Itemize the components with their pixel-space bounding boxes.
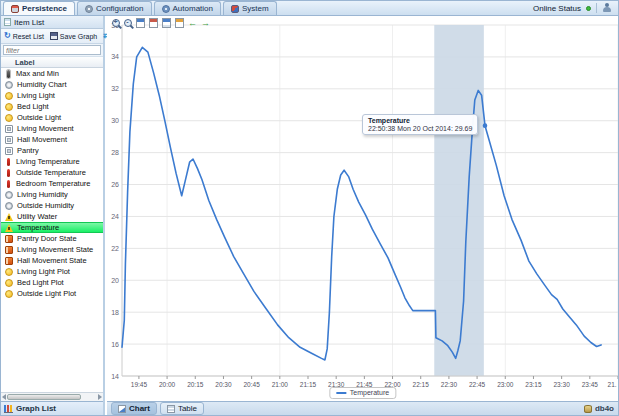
tab-configuration[interactable]: Configuration [77,1,152,15]
item-list-panel: Item List ↻ Reset List Save Graph ⇄ Upda… [1,16,105,415]
tooltip-value: 22:50:38 Mon 20 Oct 2014: 29.69 [368,125,472,132]
list-item-label: Living Humidity [17,190,68,199]
list-item[interactable]: Outside Temperature [1,167,103,178]
list-item-label: Outside Humidity [17,201,74,210]
tooltip-title: Temperature [368,117,472,124]
humidity-icon [5,191,13,199]
list-item-label: Pantry Door State [17,234,77,243]
door-state-icon [5,246,13,254]
bulb-icon [5,290,13,298]
list-item[interactable]: Bed Light Plot [1,277,103,288]
list-item[interactable]: Utility Water [1,211,103,222]
calendar-week-icon[interactable] [149,18,158,28]
list-item[interactable]: Bed Light [1,101,103,112]
list-item[interactable]: Living Movement State [1,244,103,255]
reset-list-button[interactable]: ↻ Reset List [2,31,46,41]
svg-text:18: 18 [111,309,119,316]
legend-line-swatch [336,392,346,394]
movement-icon [5,136,13,144]
svg-text:32: 32 [111,85,119,92]
svg-text:20: 20 [111,277,119,284]
list-item[interactable]: Outside Light [1,112,103,123]
configuration-icon [85,5,93,13]
pan-left-icon[interactable]: ← [188,19,197,28]
list-item-label: Temperature [17,223,59,232]
online-status-label: Online Status [533,4,581,13]
scroll-right-icon[interactable] [98,394,102,400]
list-item[interactable]: Pantry [1,145,103,156]
list-item[interactable]: Max and Min [1,68,103,79]
top-tab-bar: Persistence Configuration Automation Sys… [1,1,618,16]
persistence-icon [11,5,19,13]
item-list: Max and MinHumidity ChartLiving LightBed… [1,68,103,392]
tab-label: Configuration [96,4,144,13]
list-item[interactable]: Humidity Chart [1,79,103,90]
svg-text:22:45: 22:45 [469,381,486,388]
tab-table[interactable]: Table [160,402,204,415]
user-icon[interactable] [602,3,612,13]
label-column-header[interactable]: Label [1,57,103,68]
graph-list-bar[interactable]: Graph List [1,401,103,415]
save-graph-button[interactable]: Save Graph [48,31,99,41]
list-item-label: Outside Light [17,113,61,122]
zoom-in-icon[interactable] [112,19,120,27]
svg-text:20:30: 20:30 [215,381,232,388]
zoom-out-icon[interactable] [124,19,132,27]
chart-legend[interactable]: Temperature [329,387,396,399]
horizontal-scrollbar[interactable] [1,392,103,401]
persistence-service-label: db4o [595,404,614,413]
list-item[interactable]: Living Humidity [1,189,103,200]
pan-right-icon[interactable]: → [201,19,210,28]
svg-text:24: 24 [111,213,119,220]
filter-input[interactable] [3,45,101,55]
list-item[interactable]: Hall Movement [1,134,103,145]
svg-text:22:30: 22:30 [441,381,458,388]
persistence-service-indicator: db4o [584,404,614,413]
system-icon [231,5,239,13]
zoom-selection-band [434,25,484,376]
save-icon [50,32,58,40]
list-item[interactable]: Outside Humidity [1,200,103,211]
list-item[interactable]: Living Light Plot [1,266,103,277]
list-item[interactable]: Pantry Door State [1,233,103,244]
tab-chart[interactable]: Chart [111,402,157,415]
list-item[interactable]: Living Temperature [1,156,103,167]
door-state-icon [5,257,13,265]
list-item[interactable]: Living Light [1,90,103,101]
bulb-icon [5,92,13,100]
svg-text:23:30: 23:30 [553,381,570,388]
item-list-header: Item List [1,16,103,29]
thermometer-icon [7,169,10,177]
svg-text:26: 26 [111,181,119,188]
list-item-label: Living Movement [17,124,74,133]
chart-panel: ← → 36343230282624222018161419:4520:0020… [107,16,618,401]
calendar-year-icon[interactable] [175,18,184,28]
scrollbar-thumb[interactable] [7,394,81,400]
bottom-tab-bar: Chart Table db4o [107,401,618,415]
list-item[interactable]: Outside Light Plot [1,288,103,299]
database-icon [584,405,592,413]
filter-row [1,44,103,57]
hovered-data-point [483,123,488,128]
bulb-icon [5,103,13,111]
svg-text:16: 16 [111,341,119,348]
scroll-left-icon[interactable] [2,394,6,400]
calendar-day-icon[interactable] [136,18,145,28]
panel-title-label: Item List [14,18,44,27]
sidebar-toolbar: ↻ Reset List Save Graph ⇄ Update [1,29,103,44]
bulb-icon [5,279,13,287]
list-item-label: Pantry [17,146,39,155]
list-item[interactable]: Living Movement [1,123,103,134]
list-item[interactable]: Hall Movement State [1,255,103,266]
tab-automation[interactable]: Automation [154,1,221,15]
svg-text:20:15: 20:15 [187,381,204,388]
list-item[interactable]: Bedroom Temperature [1,178,103,189]
list-item[interactable]: Temperature [1,222,103,233]
calendar-month-icon[interactable] [162,18,171,28]
svg-text:21. Oct: 21. Oct [608,381,618,388]
tab-persistence[interactable]: Persistence [3,1,75,15]
movement-icon [5,125,13,133]
svg-text:14: 14 [111,373,119,380]
tab-system[interactable]: System [223,1,277,15]
door-state-icon [5,235,13,243]
